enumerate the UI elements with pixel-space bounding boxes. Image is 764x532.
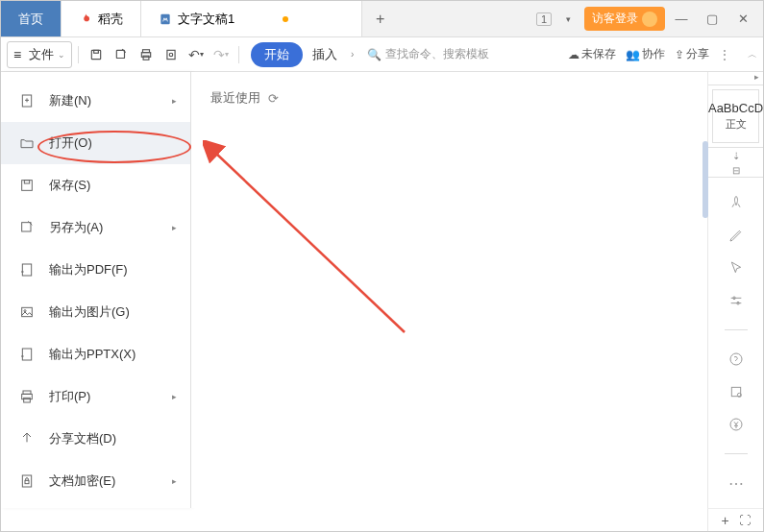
menu-export-pptx[interactable]: 输出为PPTX(X) [1, 333, 190, 375]
menu-print[interactable]: 打印(P) ▸ [1, 375, 190, 418]
separator [78, 46, 79, 63]
login-label: 访客登录 [592, 11, 638, 27]
svg-rect-14 [22, 307, 33, 316]
unsaved-indicator[interactable]: ☁ 未保存 [568, 46, 616, 62]
share-doc-icon [18, 430, 36, 447]
redo-button[interactable]: ↷▾ [209, 43, 233, 66]
maximize-button[interactable]: ▢ [698, 5, 727, 34]
refresh-icon[interactable]: ⟳ [268, 91, 279, 106]
svg-rect-7 [167, 50, 175, 59]
cursor-icon[interactable] [727, 258, 746, 278]
help-icon[interactable] [727, 350, 746, 369]
folder-open-icon [18, 134, 36, 152]
expand-style-icon[interactable]: ▸ [754, 72, 759, 85]
chevron-right-icon: ▸ [172, 392, 177, 401]
rocket-icon[interactable] [727, 193, 746, 212]
hamburger-icon [13, 47, 25, 62]
undo-button[interactable]: ↶▾ [185, 43, 208, 66]
tab-home-label: 首页 [18, 11, 43, 28]
pptx-icon [18, 346, 36, 363]
menu-save-as[interactable]: 另存为(A) ▸ [1, 206, 190, 249]
separator [725, 453, 748, 454]
menu-new[interactable]: 新建(N) ▸ [1, 80, 190, 122]
style-detail[interactable]: ⇣ [708, 147, 763, 164]
svg-rect-2 [94, 50, 99, 53]
separator [238, 46, 239, 63]
more-icon[interactable]: ⋮ [719, 48, 730, 61]
unsaved-label: 未保存 [581, 46, 616, 62]
recent-title-label: 最近使用 [210, 89, 260, 107]
footer-bar: + ⛶ [707, 508, 763, 531]
tab-insert-label: 插入 [312, 46, 337, 63]
style-gallery[interactable]: ▸ AaBbCcD 正文 ⇣ [708, 72, 763, 164]
close-button[interactable]: ✕ [728, 5, 757, 34]
fullscreen-icon[interactable]: ⛶ [739, 514, 751, 527]
new-tab-button[interactable]: + [362, 1, 398, 36]
svg-point-8 [169, 53, 173, 57]
window-count-badge[interactable]: 1 [536, 12, 552, 26]
menu-share-doc[interactable]: 分享文档(D) [1, 418, 190, 460]
scrollbar-thumb[interactable] [702, 141, 708, 218]
tab-insert[interactable]: 插入 [305, 46, 345, 63]
print-icon[interactable] [135, 43, 158, 66]
collapse-ribbon-button[interactable]: ︿ [748, 48, 757, 61]
svg-rect-20 [22, 475, 31, 487]
component-icon[interactable] [727, 382, 746, 401]
settings-slider-icon[interactable] [727, 291, 746, 310]
dots-icon[interactable]: ⋯ [727, 473, 746, 493]
menu-open-label: 打开(O) [49, 134, 92, 152]
save-icon[interactable] [85, 43, 108, 66]
style-normal[interactable]: AaBbCcD 正文 [712, 89, 759, 143]
right-sidebar: ▸ AaBbCcD 正文 ⇣ ⊟ ⋯ [707, 72, 763, 508]
style-sample: AaBbCcD [708, 101, 763, 115]
tab-start[interactable]: 开始 [251, 42, 303, 67]
menu-export-pdf-label: 输出为PDF(F) [49, 261, 128, 278]
toolbar: 文件 ⌄ ↶▾ ↷▾ 开始 插入 › 🔍 查找命令、搜索模板 ☁ 未保存 👥 协… [1, 37, 763, 72]
menu-save-label: 保存(S) [49, 177, 90, 194]
ruler-icon[interactable]: ⊟ [732, 165, 740, 176]
menu-print-label: 打印(P) [49, 388, 90, 405]
svg-rect-1 [91, 50, 100, 59]
dropdown-icon[interactable]: ▾ [554, 5, 582, 34]
share-button[interactable]: ⇪ 分享 [675, 46, 709, 62]
preview-icon[interactable] [160, 43, 183, 66]
menu-save[interactable]: 保存(S) [1, 164, 190, 206]
svg-rect-12 [22, 223, 31, 231]
save-as-icon[interactable] [110, 43, 133, 66]
currency-icon[interactable] [727, 415, 746, 434]
file-menu-button[interactable]: 文件 ⌄ [7, 41, 72, 68]
search-box[interactable]: 🔍 查找命令、搜索模板 [367, 46, 489, 62]
svg-rect-19 [24, 398, 31, 402]
pencil-icon[interactable] [727, 226, 746, 245]
collaborate-button[interactable]: 👥 协作 [626, 46, 665, 62]
menu-new-label: 新建(N) [49, 92, 91, 109]
svg-rect-25 [731, 387, 740, 396]
file-menu-label: 文件 [29, 46, 54, 63]
menu-encrypt[interactable]: 文档加密(E) ▸ [1, 460, 190, 502]
ribbon-next-button[interactable]: › [347, 49, 357, 60]
tab-document[interactable]: 文字文稿1 [141, 1, 362, 36]
titlebar-controls: 1 ▾ 访客登录 — ▢ ✕ [536, 1, 763, 36]
minimize-button[interactable]: — [667, 5, 696, 34]
menu-export-image[interactable]: 输出为图片(G) [1, 291, 190, 333]
menu-encrypt-label: 文档加密(E) [49, 472, 115, 490]
flame-icon [79, 12, 92, 26]
new-doc-icon [18, 92, 36, 109]
tab-shell-label: 稻壳 [98, 11, 123, 28]
tab-start-label: 开始 [264, 47, 289, 61]
titlebar: 首页 稻壳 文字文稿1 + 1 ▾ 访客登录 — ▢ ✕ [1, 1, 763, 37]
side-tool-strip: ⋯ [708, 178, 763, 493]
tab-document-label: 文字文稿1 [178, 11, 234, 28]
tab-shell[interactable]: 稻壳 [62, 1, 141, 36]
tab-home[interactable]: 首页 [1, 1, 62, 36]
share-icon: ⇪ [675, 48, 684, 61]
search-placeholder: 查找命令、搜索模板 [385, 46, 489, 62]
zoom-in-icon[interactable]: + [721, 513, 728, 528]
lock-icon [18, 472, 36, 490]
svg-rect-13 [22, 264, 31, 276]
search-icon: 🔍 [367, 48, 382, 61]
menu-open[interactable]: 打开(O) [1, 122, 190, 164]
menu-export-pdf[interactable]: 输出为PDF(F) [1, 249, 190, 291]
chevron-right-icon: ▸ [172, 96, 177, 106]
login-button[interactable]: 访客登录 [584, 7, 665, 31]
